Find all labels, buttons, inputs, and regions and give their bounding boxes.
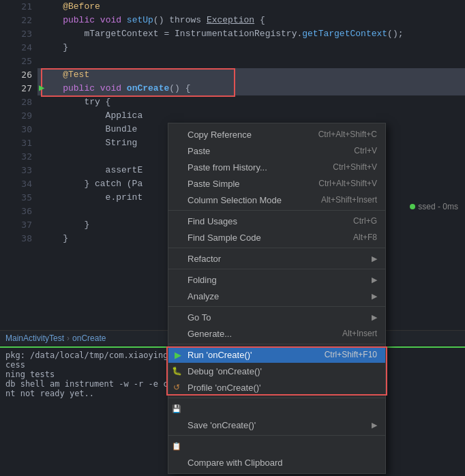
menu-item-paste-history[interactable]: Paste from History... Ctrl+Shift+V (168, 159, 385, 175)
code-line-27: public void onCreate() { (38, 82, 465, 95)
menu-item-profile[interactable]: ↺ Profile 'onCreate()' (168, 379, 385, 396)
line-num-21: 21 (0, 0, 38, 14)
separator-4 (168, 306, 385, 307)
separator-6 (168, 398, 385, 398)
menu-item-profile-label: Profile 'onCreate()' (188, 383, 377, 393)
line-num-26: 26 (0, 68, 38, 82)
menu-item-refactor-label: Refactor (188, 254, 368, 264)
context-menu: Copy Reference Ctrl+Alt+Shift+C Paste Ct… (168, 123, 386, 474)
line-num-36: 36 (0, 205, 38, 218)
menu-item-paste-history-shortcut: Ctrl+Shift+V (333, 162, 377, 172)
menu-item-paste-history-label: Paste from History... (188, 162, 319, 173)
menu-item-copy-ref[interactable]: Copy Reference Ctrl+Alt+Shift+C (168, 126, 385, 143)
code-line-29: Applica (38, 109, 465, 123)
debug-icon: 🐛 (171, 366, 182, 376)
separator-3 (168, 269, 385, 269)
menu-item-copy-ref-label: Copy Reference (188, 130, 305, 140)
menu-item-find-sample[interactable]: Find Sample Code Alt+F8 (168, 229, 385, 246)
menu-item-find-usages-shortcut: Ctrl+G (353, 216, 377, 226)
code-line-28: try { (38, 95, 465, 109)
save-icon: 💾 (171, 403, 182, 414)
chevron-right-icon-folding: ▶ (372, 276, 377, 284)
line-num-22: 22 (0, 14, 38, 27)
status-bar: ssed - 0ms (410, 199, 465, 214)
menu-item-generate-shortcut: Alt+Insert (342, 329, 377, 338)
menu-item-goto-label: Go To (188, 312, 368, 323)
menu-item-compare-clipboard[interactable]: 📋 (168, 438, 385, 454)
line-num-29: 29 (0, 109, 38, 123)
line-num-27: 27 (0, 82, 38, 95)
menu-item-run[interactable]: ▶ Run 'onCreate()' Ctrl+Shift+F10 (168, 346, 385, 363)
line-num-23: 23 (0, 27, 38, 41)
code-line-25 (38, 55, 465, 68)
line-num-30: 30 (0, 123, 38, 136)
line-num-34: 34 (0, 177, 38, 191)
line-num-35: 35 (0, 191, 38, 205)
chevron-right-icon: ▶ (372, 254, 377, 263)
compare-icon: 📋 (171, 441, 182, 451)
menu-item-find-usages[interactable]: Find Usages Ctrl+G (168, 213, 385, 229)
menu-item-goto[interactable]: Go To ▶ (168, 309, 385, 325)
separator-1 (168, 210, 385, 211)
menu-item-folding-label: Folding (188, 275, 368, 285)
menu-item-find-sample-label: Find Sample Code (188, 233, 340, 243)
run-indicator: ▶ (39, 82, 44, 93)
status-text: ssed - 0ms (418, 202, 458, 211)
menu-item-column-mode-label: Column Selection Mode (188, 195, 308, 205)
breadcrumb-separator: › (67, 333, 70, 343)
menu-item-generate-label: Generate... (188, 329, 329, 339)
separator-7 (168, 435, 385, 436)
menu-item-generate[interactable]: Generate... Alt+Insert (168, 325, 385, 342)
line-num-24: 24 (0, 41, 38, 55)
code-line-21: @Before (38, 0, 465, 14)
menu-item-debug[interactable]: 🐛 Debug 'onCreate()' (168, 363, 385, 379)
menu-item-refactor[interactable]: Refactor ▶ (168, 250, 385, 267)
profile-icon: ↺ (171, 382, 182, 393)
code-line-26: @Test (38, 68, 465, 82)
line-num-28: 28 (0, 95, 38, 109)
menu-item-column-mode-shortcut: Alt+Shift+Insert (321, 195, 377, 205)
line-num-25: 25 (0, 55, 38, 68)
line-num-32: 32 (0, 150, 38, 164)
menu-item-paste[interactable]: Paste Ctrl+V (168, 143, 385, 159)
run-icon: ▶ (172, 349, 183, 360)
editor: 21 22 23 24 25 26 27 28 29 30 31 32 33 3… (0, 0, 465, 476)
menu-item-find-sample-shortcut: Alt+F8 (353, 233, 377, 242)
code-line-22: public void setUp() throws Exception { (38, 14, 465, 27)
line-num-31: 31 (0, 136, 38, 150)
breadcrumb-method: onCreate (72, 333, 106, 343)
chevron-right-icon-goto: ▶ (372, 313, 377, 322)
line-num-33: 33 (0, 164, 38, 177)
menu-item-paste-simple[interactable]: Paste Simple Ctrl+Alt+Shift+V (168, 175, 385, 192)
menu-item-local-history[interactable]: Save 'onCreate()' ▶ (168, 417, 385, 433)
code-line-23: mTargetContext = InstrumentationRegistry… (38, 27, 465, 41)
breadcrumb-class: MainActivityTest (5, 333, 64, 343)
menu-item-folding[interactable]: Folding ▶ (168, 271, 385, 288)
menu-item-file-encoding-label: Compare with Clipboard (188, 458, 377, 468)
code-line-24: } (38, 41, 465, 55)
chevron-right-icon-analyze: ▶ (372, 292, 377, 301)
line-num-38: 38 (0, 232, 38, 246)
menu-item-analyze-label: Analyze (188, 291, 368, 301)
menu-item-paste-simple-label: Paste Simple (188, 179, 305, 189)
line-num-37: 37 (0, 218, 38, 232)
chevron-right-icon-history: ▶ (372, 421, 377, 430)
menu-item-local-history-label: Save 'onCreate()' (188, 420, 368, 430)
menu-item-paste-simple-shortcut: Ctrl+Alt+Shift+V (318, 179, 377, 188)
menu-item-file-encoding[interactable]: Compare with Clipboard (168, 454, 385, 471)
menu-item-save[interactable]: 💾 (168, 400, 385, 417)
separator-5 (168, 344, 385, 344)
menu-item-paste-label: Paste (188, 146, 340, 156)
menu-item-copy-ref-shortcut: Ctrl+Alt+Shift+C (318, 130, 377, 139)
status-dot (410, 204, 415, 209)
menu-item-analyze[interactable]: Analyze ▶ (168, 288, 385, 304)
line-numbers: 21 22 23 24 25 26 27 28 29 30 31 32 33 3… (0, 0, 38, 246)
menu-item-debug-label: Debug 'onCreate()' (188, 366, 377, 376)
menu-item-paste-shortcut: Ctrl+V (354, 146, 377, 155)
menu-item-run-label: Run 'onCreate()' (188, 350, 311, 360)
separator-2 (168, 248, 385, 248)
menu-item-column-mode[interactable]: Column Selection Mode Alt+Shift+Insert (168, 192, 385, 208)
menu-item-run-shortcut: Ctrl+Shift+F10 (325, 350, 377, 359)
menu-item-find-usages-label: Find Usages (188, 216, 340, 226)
